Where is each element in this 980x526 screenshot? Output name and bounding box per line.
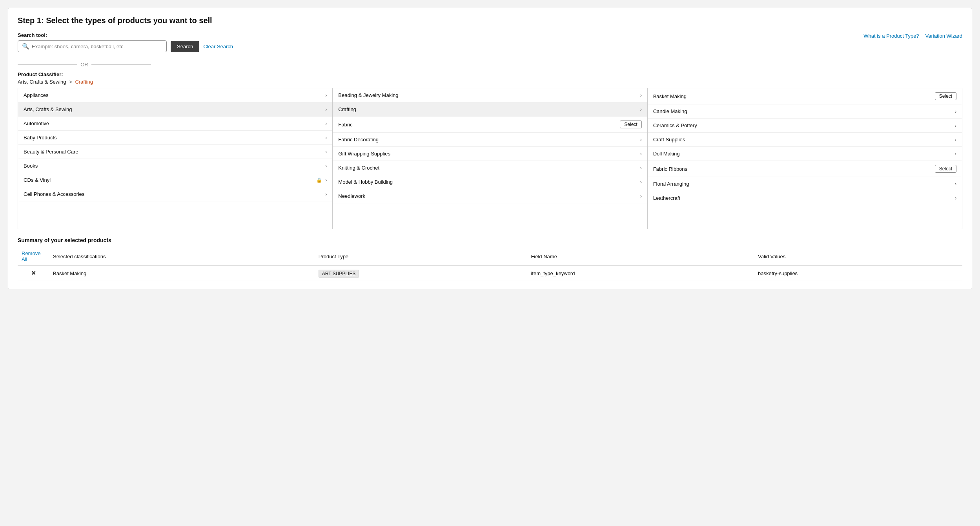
search-input-wrapper: 🔍 (18, 40, 167, 52)
variation-wizard-link[interactable]: Variation Wizard (925, 33, 962, 39)
row-valid-values: basketry-supplies (754, 266, 962, 281)
list-item[interactable]: Automotive› (18, 117, 332, 131)
list-item[interactable]: Needlework› (333, 189, 647, 203)
list-item[interactable]: Model & Hobby Building› (333, 175, 647, 189)
search-tool-label: Search tool: (18, 32, 233, 38)
row-field-name: item_type_keyword (527, 266, 754, 281)
chevron-right-icon: › (640, 194, 642, 199)
classifier-col-2: Beading & Jewelry Making›Crafting›Fabric… (333, 88, 647, 229)
clear-search-link[interactable]: Clear Search (203, 44, 233, 49)
col-header-valid-values: Valid Values (754, 247, 962, 266)
item-label: CDs & Vinyl (24, 177, 316, 183)
chevron-right-icon: › (325, 135, 327, 141)
chevron-right-icon: › (955, 123, 956, 128)
chevron-right-icon: › (640, 179, 642, 185)
item-label: Leathercraft (653, 195, 955, 201)
list-item[interactable]: Baby Products› (18, 131, 332, 145)
what-is-product-type-link[interactable]: What is a Product Type? (863, 33, 919, 39)
search-icon: 🔍 (22, 43, 29, 50)
list-item[interactable]: Arts, Crafts & Sewing› (18, 102, 332, 117)
item-label: Gift Wrapping Supplies (338, 151, 640, 157)
chevron-right-icon: › (640, 137, 642, 142)
item-label: Arts, Crafts & Sewing (24, 106, 325, 112)
list-item[interactable]: Books› (18, 159, 332, 173)
item-label: Crafting (338, 106, 640, 112)
item-label: Model & Hobby Building (338, 179, 640, 185)
summary-title: Summary of your selected products (18, 237, 962, 243)
chevron-right-icon: › (325, 93, 327, 98)
list-item[interactable]: Leathercraft› (648, 191, 962, 205)
list-item[interactable]: Knitting & Crochet› (333, 161, 647, 175)
item-label: Knitting & Crochet (338, 165, 640, 171)
list-item[interactable]: Fabric RibbonsSelect (648, 161, 962, 177)
lock-icon: 🔒 (316, 177, 322, 183)
chevron-right-icon: › (640, 165, 642, 171)
select-button[interactable]: Select (935, 165, 956, 173)
list-item[interactable]: FabricSelect (333, 117, 647, 133)
list-item[interactable]: Crafting› (333, 102, 647, 117)
col-header-classifications: Selected classifications (49, 247, 315, 266)
list-item[interactable]: Beauty & Personal Care› (18, 145, 332, 159)
breadcrumb: Arts, Crafts & Sewing > Crafting (18, 79, 962, 85)
list-item[interactable]: Candle Making› (648, 104, 962, 119)
item-label: Beauty & Personal Care (24, 149, 325, 155)
chevron-right-icon: › (325, 121, 327, 126)
list-item[interactable]: Ceramics & Pottery› (648, 119, 962, 133)
list-item[interactable]: Doll Making› (648, 147, 962, 161)
chevron-right-icon: › (640, 151, 642, 157)
list-item[interactable]: CDs & Vinyl🔒› (18, 173, 332, 187)
list-item[interactable]: Gift Wrapping Supplies› (333, 147, 647, 161)
item-label: Needlework (338, 193, 640, 199)
chevron-right-icon: › (955, 181, 956, 187)
chevron-right-icon: › (325, 163, 327, 169)
summary-section: Summary of your selected products Remove… (18, 237, 962, 281)
chevron-right-icon: › (325, 149, 327, 155)
item-label: Cell Phones & Accessories (24, 191, 325, 197)
classifier-columns: Appliances›Arts, Crafts & Sewing›Automot… (18, 88, 962, 229)
search-input[interactable] (32, 44, 162, 49)
item-label: Fabric (338, 122, 620, 128)
row-classification: Basket Making (49, 266, 315, 281)
chevron-right-icon: › (640, 93, 642, 98)
select-button[interactable]: Select (620, 121, 641, 128)
list-item[interactable]: Floral Arranging› (648, 177, 962, 191)
chevron-right-icon: › (325, 192, 327, 197)
select-button[interactable]: Select (935, 92, 956, 100)
chevron-right-icon: › (325, 177, 327, 183)
classifier-col-1: Appliances›Arts, Crafts & Sewing›Automot… (18, 88, 333, 229)
summary-table: Remove All Selected classifications Prod… (18, 247, 962, 281)
list-item[interactable]: Fabric Decorating› (333, 133, 647, 147)
list-item[interactable]: Appliances› (18, 88, 332, 102)
item-label: Beading & Jewelry Making (338, 92, 640, 98)
item-label: Basket Making (653, 93, 935, 99)
item-label: Fabric Ribbons (653, 166, 935, 172)
product-type-badge: ART SUPPLIES (319, 270, 359, 278)
list-item[interactable]: Cell Phones & Accessories› (18, 187, 332, 201)
item-label: Books (24, 163, 325, 169)
col-header-field-name: Field Name (527, 247, 754, 266)
item-label: Candle Making (653, 108, 955, 114)
list-item[interactable]: Craft Supplies› (648, 133, 962, 147)
chevron-right-icon: › (955, 151, 956, 157)
breadcrumb-active: Crafting (75, 79, 93, 85)
remove-all-link[interactable]: Remove All (22, 250, 40, 262)
item-label: Floral Arranging (653, 181, 955, 187)
list-item[interactable]: Basket MakingSelect (648, 88, 962, 104)
breadcrumb-separator: > (69, 79, 72, 85)
remove-row-button[interactable]: ✕ (31, 270, 36, 276)
item-label: Automotive (24, 121, 325, 126)
list-item[interactable]: Beading & Jewelry Making› (333, 88, 647, 102)
breadcrumb-part1[interactable]: Arts, Crafts & Sewing (18, 79, 66, 85)
search-button[interactable]: Search (171, 41, 199, 52)
item-label: Doll Making (653, 151, 955, 157)
product-classifier-label: Product Classifier: (18, 71, 962, 77)
page-title: Step 1: Select the types of products you… (18, 16, 962, 25)
chevron-right-icon: › (955, 195, 956, 201)
chevron-right-icon: › (325, 107, 327, 112)
chevron-right-icon: › (640, 107, 642, 112)
item-label: Fabric Decorating (338, 137, 640, 142)
chevron-right-icon: › (955, 137, 956, 142)
col-header-product-type: Product Type (315, 247, 527, 266)
item-label: Appliances (24, 92, 325, 98)
item-label: Craft Supplies (653, 137, 955, 142)
